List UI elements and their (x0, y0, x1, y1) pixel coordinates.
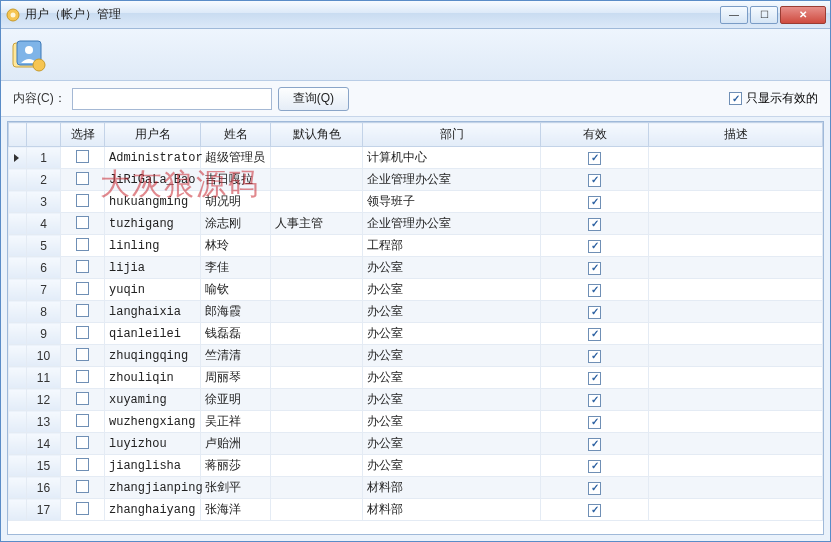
select-cell[interactable] (61, 257, 105, 279)
table-row[interactable]: 12xuyaming徐亚明办公室 (9, 389, 823, 411)
checkbox-icon[interactable] (76, 282, 89, 295)
checkbox-icon[interactable] (588, 152, 601, 165)
valid-cell[interactable] (541, 169, 649, 191)
checkbox-icon[interactable] (588, 306, 601, 319)
username-cell[interactable]: zhanghaiyang (105, 499, 201, 521)
search-input[interactable] (72, 88, 272, 110)
select-cell[interactable] (61, 301, 105, 323)
checkbox-icon[interactable] (588, 196, 601, 209)
col-department[interactable]: 部门 (363, 123, 541, 147)
realname-cell[interactable]: 林玲 (201, 235, 271, 257)
checkbox-icon[interactable] (76, 480, 89, 493)
select-cell[interactable] (61, 411, 105, 433)
checkbox-icon[interactable] (588, 394, 601, 407)
role-cell[interactable] (271, 147, 363, 169)
select-cell[interactable] (61, 323, 105, 345)
checkbox-icon[interactable] (76, 304, 89, 317)
realname-cell[interactable]: 喻钦 (201, 279, 271, 301)
checkbox-icon[interactable] (76, 502, 89, 515)
checkbox-icon[interactable] (588, 350, 601, 363)
valid-cell[interactable] (541, 389, 649, 411)
role-cell[interactable] (271, 433, 363, 455)
valid-cell[interactable] (541, 323, 649, 345)
description-cell[interactable] (649, 499, 823, 521)
description-cell[interactable] (649, 345, 823, 367)
description-cell[interactable] (649, 301, 823, 323)
col-username[interactable]: 用户名 (105, 123, 201, 147)
table-row[interactable]: 4tuzhigang涂志刚人事主管企业管理办公室 (9, 213, 823, 235)
select-cell[interactable] (61, 367, 105, 389)
username-cell[interactable]: qianleilei (105, 323, 201, 345)
checkbox-icon[interactable] (588, 372, 601, 385)
username-cell[interactable]: xuyaming (105, 389, 201, 411)
checkbox-icon[interactable] (76, 436, 89, 449)
role-cell[interactable] (271, 499, 363, 521)
checkbox-icon[interactable] (76, 326, 89, 339)
realname-cell[interactable]: 徐亚明 (201, 389, 271, 411)
checkbox-icon[interactable] (588, 174, 601, 187)
role-cell[interactable] (271, 235, 363, 257)
realname-cell[interactable]: 吉日嘎拉 (201, 169, 271, 191)
role-cell[interactable] (271, 455, 363, 477)
description-cell[interactable] (649, 477, 823, 499)
department-cell[interactable]: 办公室 (363, 455, 541, 477)
valid-cell[interactable] (541, 147, 649, 169)
checkbox-icon[interactable] (76, 414, 89, 427)
role-cell[interactable] (271, 477, 363, 499)
col-default-role[interactable]: 默认角色 (271, 123, 363, 147)
titlebar[interactable]: 用户（帐户）管理 — ☐ ✕ (1, 1, 830, 29)
col-arrow[interactable] (9, 123, 27, 147)
description-cell[interactable] (649, 147, 823, 169)
description-cell[interactable] (649, 389, 823, 411)
select-cell[interactable] (61, 389, 105, 411)
username-cell[interactable]: jianglisha (105, 455, 201, 477)
department-cell[interactable]: 办公室 (363, 345, 541, 367)
department-cell[interactable]: 办公室 (363, 367, 541, 389)
select-cell[interactable] (61, 235, 105, 257)
description-cell[interactable] (649, 191, 823, 213)
select-cell[interactable] (61, 169, 105, 191)
col-select[interactable]: 选择 (61, 123, 105, 147)
table-row[interactable]: 2JiRiGaLa_Bao吉日嘎拉企业管理办公室 (9, 169, 823, 191)
description-cell[interactable] (649, 323, 823, 345)
username-cell[interactable]: langhaixia (105, 301, 201, 323)
select-cell[interactable] (61, 147, 105, 169)
username-cell[interactable]: zhouliqin (105, 367, 201, 389)
department-cell[interactable]: 办公室 (363, 411, 541, 433)
role-cell[interactable] (271, 323, 363, 345)
role-cell[interactable] (271, 169, 363, 191)
valid-cell[interactable] (541, 257, 649, 279)
checkbox-icon[interactable] (588, 284, 601, 297)
select-cell[interactable] (61, 213, 105, 235)
role-cell[interactable] (271, 345, 363, 367)
table-row[interactable]: 10zhuqingqing竺清清办公室 (9, 345, 823, 367)
checkbox-icon[interactable] (76, 194, 89, 207)
department-cell[interactable]: 办公室 (363, 323, 541, 345)
show-valid-only-checkbox[interactable]: 只显示有效的 (729, 90, 818, 107)
checkbox-icon[interactable] (588, 460, 601, 473)
valid-cell[interactable] (541, 499, 649, 521)
maximize-button[interactable]: ☐ (750, 6, 778, 24)
valid-cell[interactable] (541, 279, 649, 301)
col-description[interactable]: 描述 (649, 123, 823, 147)
realname-cell[interactable]: 张剑平 (201, 477, 271, 499)
checkbox-icon[interactable] (588, 218, 601, 231)
table-row[interactable]: 6lijia李佳办公室 (9, 257, 823, 279)
table-row[interactable]: 14luyizhou卢贻洲办公室 (9, 433, 823, 455)
col-realname[interactable]: 姓名 (201, 123, 271, 147)
checkbox-icon[interactable] (588, 416, 601, 429)
department-cell[interactable]: 材料部 (363, 499, 541, 521)
valid-cell[interactable] (541, 367, 649, 389)
role-cell[interactable] (271, 301, 363, 323)
username-cell[interactable]: luyizhou (105, 433, 201, 455)
description-cell[interactable] (649, 433, 823, 455)
valid-cell[interactable] (541, 345, 649, 367)
table-row[interactable]: 17zhanghaiyang张海洋材料部 (9, 499, 823, 521)
select-cell[interactable] (61, 455, 105, 477)
role-cell[interactable]: 人事主管 (271, 213, 363, 235)
role-cell[interactable] (271, 191, 363, 213)
select-cell[interactable] (61, 345, 105, 367)
valid-cell[interactable] (541, 213, 649, 235)
select-cell[interactable] (61, 433, 105, 455)
checkbox-icon[interactable] (588, 262, 601, 275)
